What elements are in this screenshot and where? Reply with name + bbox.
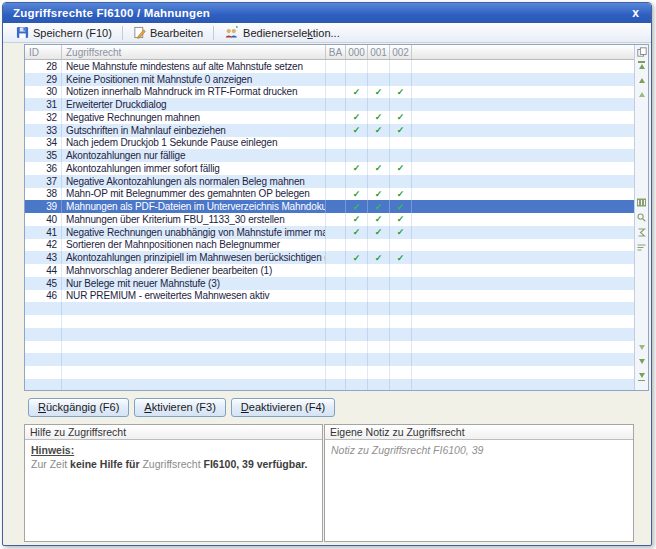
check-cell-002[interactable] xyxy=(390,73,412,86)
check-cell-001[interactable]: ✓ xyxy=(368,200,390,213)
table-row-empty[interactable] xyxy=(25,341,634,354)
table-row[interactable]: 41Negative Rechnungen unabhängig von Mah… xyxy=(25,226,634,239)
check-cell-002[interactable] xyxy=(390,290,412,303)
check-cell-000[interactable] xyxy=(346,149,368,162)
check-cell-000[interactable]: ✓ xyxy=(346,226,368,239)
check-cell-000[interactable] xyxy=(346,302,368,315)
table-row-empty[interactable] xyxy=(25,366,634,379)
column-header-001[interactable]: 001 xyxy=(368,45,390,59)
sum-icon[interactable] xyxy=(636,227,647,238)
check-cell-001[interactable] xyxy=(368,60,390,73)
check-cell-002[interactable] xyxy=(390,277,412,290)
check-cell-000[interactable] xyxy=(346,277,368,290)
check-cell-002[interactable] xyxy=(390,60,412,73)
column-header-id[interactable]: ID xyxy=(25,45,62,59)
check-cell-001[interactable]: ✓ xyxy=(368,213,390,226)
check-cell-001[interactable] xyxy=(368,366,390,379)
check-cell-000[interactable] xyxy=(346,98,368,111)
check-cell-001[interactable] xyxy=(368,149,390,162)
scroll-bottom-icon[interactable] xyxy=(636,370,647,381)
check-cell-000[interactable] xyxy=(346,366,368,379)
copy-icon[interactable] xyxy=(636,46,647,57)
check-cell-000[interactable]: ✓ xyxy=(346,213,368,226)
scroll-top-icon[interactable] xyxy=(636,61,647,72)
operator-selection-button[interactable]: Bedienerselektion... xyxy=(217,24,347,41)
check-cell-001[interactable] xyxy=(368,137,390,150)
search-icon[interactable] xyxy=(636,212,647,223)
table-row[interactable]: 33Gutschriften in Mahnlauf einbeziehen✓✓… xyxy=(25,124,634,137)
check-cell-002[interactable] xyxy=(390,264,412,277)
check-cell-002[interactable] xyxy=(390,315,412,328)
check-cell-002[interactable] xyxy=(390,137,412,150)
check-cell-000[interactable] xyxy=(346,264,368,277)
check-cell-000[interactable] xyxy=(346,175,368,188)
check-cell-002[interactable]: ✓ xyxy=(390,251,412,264)
save-button[interactable]: Speichern (F10) xyxy=(9,24,119,41)
column-header-ba[interactable]: BA xyxy=(326,45,346,59)
table-row[interactable]: 34Nach jedem Druckjob 1 Sekunde Pause ei… xyxy=(25,137,634,150)
check-cell-000[interactable]: ✓ xyxy=(346,251,368,264)
column-header-zugriffsrecht[interactable]: Zugriffsrecht xyxy=(62,45,326,59)
undo-button[interactable]: Rückgängig (F6) xyxy=(28,398,129,417)
check-cell-001[interactable] xyxy=(368,328,390,341)
check-cell-000[interactable] xyxy=(346,315,368,328)
table-row[interactable]: 35Akontozahlungen nur fällige xyxy=(25,149,634,162)
check-cell-000[interactable] xyxy=(346,239,368,252)
table-row[interactable]: 36Akontozahlungen immer sofort fällig✓✓✓ xyxy=(25,162,634,175)
check-cell-001[interactable] xyxy=(368,264,390,277)
check-cell-001[interactable] xyxy=(368,341,390,354)
check-cell-001[interactable]: ✓ xyxy=(368,124,390,137)
table-row[interactable]: 37Negative Akontozahlungen als normalen … xyxy=(25,175,634,188)
check-cell-001[interactable] xyxy=(368,73,390,86)
check-cell-001[interactable] xyxy=(368,290,390,303)
table-row[interactable]: 46NUR PREMIUM - erweitertes Mahnwesen ak… xyxy=(25,290,634,303)
check-cell-001[interactable] xyxy=(368,239,390,252)
check-cell-002[interactable]: ✓ xyxy=(390,86,412,99)
check-cell-000[interactable] xyxy=(346,379,368,390)
table-row[interactable]: 45Nur Belege mit neuer Mahnstufe (3) xyxy=(25,277,634,290)
edit-button[interactable]: Bearbeiten xyxy=(126,24,210,41)
table-row-empty[interactable] xyxy=(25,302,634,315)
check-cell-000[interactable] xyxy=(346,60,368,73)
table-row-empty[interactable] xyxy=(25,353,634,366)
check-cell-001[interactable] xyxy=(368,277,390,290)
check-cell-001[interactable] xyxy=(368,302,390,315)
activate-button[interactable]: Aktivieren (F3) xyxy=(134,398,226,417)
check-cell-002[interactable] xyxy=(390,353,412,366)
check-cell-000[interactable]: ✓ xyxy=(346,188,368,201)
deactivate-button[interactable]: Deaktivieren (F4) xyxy=(231,398,335,417)
check-cell-000[interactable] xyxy=(346,341,368,354)
note-panel-body[interactable]: Notiz zu Zugriffsrecht FI6100, 39 xyxy=(325,440,633,460)
check-cell-002[interactable] xyxy=(390,149,412,162)
check-cell-001[interactable]: ✓ xyxy=(368,188,390,201)
check-cell-001[interactable] xyxy=(368,379,390,390)
check-cell-002[interactable] xyxy=(390,302,412,315)
table-row[interactable]: 29Keine Positionen mit Mahnstufe 0 anzei… xyxy=(25,73,634,86)
check-cell-002[interactable]: ✓ xyxy=(390,188,412,201)
check-cell-002[interactable] xyxy=(390,341,412,354)
check-cell-002[interactable] xyxy=(390,239,412,252)
row-up-icon[interactable] xyxy=(636,89,647,100)
table-row[interactable]: 31Erweiterter Druckdialog xyxy=(25,98,634,111)
table-row-empty[interactable] xyxy=(25,315,634,328)
check-cell-002[interactable]: ✓ xyxy=(390,213,412,226)
check-cell-001[interactable] xyxy=(368,353,390,366)
check-cell-001[interactable] xyxy=(368,175,390,188)
check-cell-001[interactable]: ✓ xyxy=(368,226,390,239)
check-cell-002[interactable]: ✓ xyxy=(390,162,412,175)
check-cell-001[interactable] xyxy=(368,315,390,328)
check-cell-000[interactable]: ✓ xyxy=(346,111,368,124)
table-row[interactable]: 44Mahnvorschlag anderer Bediener bearbei… xyxy=(25,264,634,277)
check-cell-000[interactable] xyxy=(346,328,368,341)
check-cell-002[interactable]: ✓ xyxy=(390,200,412,213)
check-cell-000[interactable] xyxy=(346,290,368,303)
row-down-icon[interactable] xyxy=(636,342,647,353)
check-cell-002[interactable] xyxy=(390,175,412,188)
table-row[interactable]: 40Mahnungen über Kriterium FBU_1133_30 e… xyxy=(25,213,634,226)
table-row-empty[interactable] xyxy=(25,379,634,390)
check-cell-002[interactable] xyxy=(390,366,412,379)
check-cell-001[interactable]: ✓ xyxy=(368,162,390,175)
page-down-icon[interactable] xyxy=(636,356,647,367)
check-cell-000[interactable] xyxy=(346,73,368,86)
check-cell-002[interactable] xyxy=(390,379,412,390)
